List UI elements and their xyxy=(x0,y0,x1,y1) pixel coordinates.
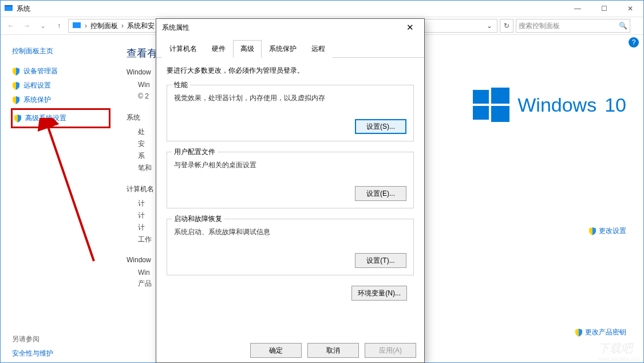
sidebar-item-remote[interactable]: 远程设置 xyxy=(12,78,109,93)
forward-button[interactable]: → xyxy=(20,19,34,33)
breadcrumb-item[interactable]: 系统和安 xyxy=(125,19,157,32)
chevron-down-icon[interactable]: ⌄ xyxy=(483,22,496,30)
change-product-key-link[interactable]: 更改产品密钥 xyxy=(473,328,626,337)
sidebar-item-label: 系统保护 xyxy=(23,95,51,105)
shield-icon xyxy=(12,68,20,76)
tab-advanced[interactable]: 高级 xyxy=(233,40,262,58)
search-placeholder: 搜索控制面板 xyxy=(519,21,560,31)
ok-button[interactable]: 确定 xyxy=(250,343,302,358)
control-panel-home-link[interactable]: 控制面板主页 xyxy=(12,46,109,56)
chevron-right-icon: › xyxy=(84,22,88,30)
logo-text: 10 xyxy=(605,94,626,116)
shield-icon xyxy=(12,96,20,104)
dialog-titlebar: 系统属性 ✕ xyxy=(156,19,424,36)
recent-dropdown[interactable]: ⌄ xyxy=(36,19,50,33)
dialog-title: 系统属性 xyxy=(162,23,401,33)
group-legend: 用户配置文件 xyxy=(172,147,218,157)
sidebar-item-label: 高级系统设置 xyxy=(25,113,66,123)
windows-icon xyxy=(473,86,509,123)
breadcrumb-item[interactable]: 控制面板 xyxy=(88,19,120,32)
svg-rect-4 xyxy=(491,88,509,104)
see-also-link[interactable]: 安全性与维护 xyxy=(12,349,53,357)
environment-variables-button[interactable]: 环境变量(N)... xyxy=(351,286,407,301)
change-settings-link[interactable]: 更改设置 xyxy=(473,226,626,236)
sidebar-item-protection[interactable]: 系统保护 xyxy=(12,93,109,107)
logo-text: Windows xyxy=(517,94,596,116)
cancel-button[interactable]: 取消 xyxy=(307,343,359,358)
sidebar-item-advanced[interactable]: 高级系统设置 xyxy=(11,108,110,128)
right-column: Windows 10 更改设置 更改产品密钥 xyxy=(473,86,626,337)
app-icon xyxy=(4,4,13,13)
shield-icon xyxy=(588,227,596,235)
minimize-button[interactable]: — xyxy=(564,1,591,17)
dialog-footer: 确定 取消 应用(A) xyxy=(250,343,416,358)
close-button[interactable]: ✕ xyxy=(617,1,643,17)
refresh-button[interactable]: ↻ xyxy=(500,19,513,33)
group-desc: 与登录帐户相关的桌面设置 xyxy=(174,160,406,170)
up-button[interactable]: ↑ xyxy=(52,19,66,33)
tab-computer-name[interactable]: 计算机名 xyxy=(162,40,204,58)
group-legend: 性能 xyxy=(172,80,190,90)
group-user-profiles: 用户配置文件 与登录帐户相关的桌面设置 设置(E)... xyxy=(167,152,414,208)
titlebar: 系统 — ☐ ✕ xyxy=(1,1,643,17)
tab-hardware[interactable]: 硬件 xyxy=(204,40,233,58)
see-also-heading: 另请参阅 xyxy=(12,334,109,344)
user-profiles-settings-button[interactable]: 设置(E)... xyxy=(355,186,406,201)
svg-rect-5 xyxy=(473,106,489,120)
svg-rect-3 xyxy=(473,90,489,104)
shield-icon xyxy=(575,329,583,337)
back-button[interactable]: ← xyxy=(4,19,18,33)
dialog-tabs: 计算机名 硬件 高级 系统保护 远程 xyxy=(156,36,424,58)
tab-protection[interactable]: 系统保护 xyxy=(262,40,304,58)
chevron-right-icon: › xyxy=(120,22,125,30)
svg-rect-1 xyxy=(5,5,13,6)
dialog-body: 要进行大多数更改，你必须作为管理员登录。 性能 视觉效果，处理器计划，内存使用，… xyxy=(156,58,424,313)
maximize-button[interactable]: ☐ xyxy=(591,1,617,17)
group-desc: 视觉效果，处理器计划，内存使用，以及虚拟内存 xyxy=(174,93,406,103)
window-title: 系统 xyxy=(17,4,30,14)
dialog-close-button[interactable]: ✕ xyxy=(401,19,418,36)
group-performance: 性能 视觉效果，处理器计划，内存使用，以及虚拟内存 设置(S)... xyxy=(167,85,414,141)
apply-button[interactable]: 应用(A) xyxy=(365,343,416,358)
shield-icon xyxy=(14,115,22,123)
sidebar-item-label: 设备管理器 xyxy=(23,66,58,76)
shield-icon xyxy=(12,82,20,90)
svg-rect-2 xyxy=(73,22,81,28)
admin-note: 要进行大多数更改，你必须作为管理员登录。 xyxy=(167,66,414,76)
performance-settings-button[interactable]: 设置(S)... xyxy=(355,119,406,134)
search-icon: 🔍 xyxy=(619,22,627,30)
system-properties-dialog: 系统属性 ✕ 计算机名 硬件 高级 系统保护 远程 要进行大多数更改，你必须作为… xyxy=(156,18,425,363)
sidebar-item-label: 远程设置 xyxy=(23,81,51,90)
group-desc: 系统启动、系统故障和调试信息 xyxy=(174,227,406,237)
computer-icon xyxy=(72,21,81,30)
search-input[interactable]: 搜索控制面板 🔍 xyxy=(516,19,630,33)
sidebar-item-device-manager[interactable]: 设备管理器 xyxy=(12,64,109,78)
sidebar: 控制面板主页 设备管理器 远程设置 系统保护 高级系统设置 另请参阅 安全性与维… xyxy=(1,35,115,362)
group-startup-recovery: 启动和故障恢复 系统启动、系统故障和调试信息 设置(T)... xyxy=(167,219,414,275)
windows-logo: Windows 10 xyxy=(473,86,626,123)
help-button[interactable]: ? xyxy=(629,37,639,48)
group-legend: 启动和故障恢复 xyxy=(172,214,224,224)
tab-remote[interactable]: 远程 xyxy=(304,40,333,58)
svg-rect-6 xyxy=(491,106,509,122)
startup-settings-button[interactable]: 设置(T)... xyxy=(355,253,406,268)
